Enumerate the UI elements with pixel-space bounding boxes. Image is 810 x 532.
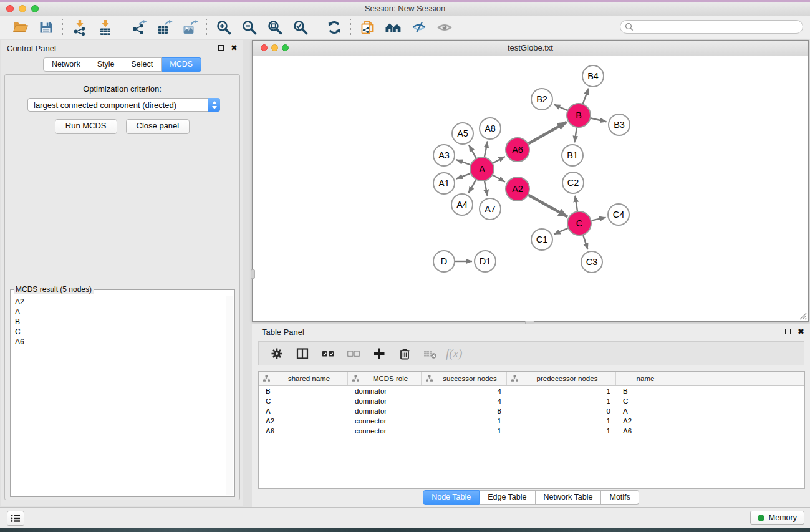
table-row[interactable]: Bdominator41B	[259, 386, 804, 396]
graph-node-A5[interactable]: A5	[452, 123, 473, 144]
mcds-result-item[interactable]: B	[15, 317, 225, 327]
graph-node-C[interactable]: C	[567, 211, 591, 235]
table-settings-gear-icon[interactable]	[269, 346, 284, 361]
network-canvas[interactable]: B4B2BB3B1A5A8A6A3AA1A4A7A2C2C4CC1C3DD1	[253, 56, 808, 321]
open-session-icon[interactable]	[11, 19, 30, 36]
graph-edge-A-A8[interactable]	[485, 142, 488, 157]
graph-edge-A-A4[interactable]	[468, 180, 476, 193]
table-row[interactable]: A2connector11A2	[259, 416, 804, 426]
graph-edge-B-B2[interactable]	[554, 104, 567, 110]
close-panel-button[interactable]: Close panel	[126, 119, 190, 134]
network-maximize-button[interactable]	[282, 44, 289, 51]
graph-edge-B-B4[interactable]	[583, 89, 589, 104]
graph-node-A[interactable]: A	[470, 157, 494, 181]
graph-edge-B-B3[interactable]	[591, 118, 606, 122]
graph-node-C4[interactable]: C4	[608, 204, 629, 225]
graph-node-B1[interactable]: B1	[562, 145, 583, 166]
graph-node-C2[interactable]: C2	[562, 172, 584, 193]
graph-node-B4[interactable]: B4	[582, 65, 604, 87]
graph-node-C1[interactable]: C1	[531, 229, 552, 250]
graph-edge-A2-C[interactable]	[528, 195, 567, 217]
import-network-icon[interactable]	[70, 19, 89, 36]
export-network-icon[interactable]	[129, 19, 148, 36]
column-header-successor-nodes[interactable]: successor nodes	[422, 372, 507, 385]
close-panel-icon[interactable]: ✖	[231, 44, 238, 51]
graph-edge-C-C4[interactable]	[592, 218, 606, 221]
task-history-button[interactable]	[7, 511, 24, 526]
search-field[interactable]	[620, 20, 803, 34]
export-image-icon[interactable]	[180, 19, 200, 36]
hide-graphics-details-icon[interactable]	[409, 19, 428, 36]
graph-edge-A-A2[interactable]	[493, 175, 505, 182]
mcds-result-item[interactable]: C	[15, 327, 225, 337]
delete-table-icon[interactable]	[423, 346, 438, 361]
graph-node-A8[interactable]: A8	[480, 118, 501, 139]
graph-edge-B-B1[interactable]	[574, 128, 577, 142]
graph-node-D[interactable]: D	[433, 251, 455, 272]
graph-node-A3[interactable]: A3	[433, 145, 455, 166]
tab-edge-table[interactable]: Edge Table	[480, 490, 535, 505]
tab-network-table[interactable]: Network Table	[536, 490, 602, 505]
column-header-shared-name[interactable]: shared name	[259, 372, 348, 385]
network-minimize-button[interactable]	[271, 44, 278, 51]
add-column-icon[interactable]	[372, 346, 387, 361]
table-row[interactable]: Cdominator41C	[259, 396, 804, 406]
close-window-button[interactable]	[6, 5, 14, 12]
graph-edge-A6-B[interactable]	[528, 122, 566, 143]
graph-edge-A-A6[interactable]	[493, 157, 505, 163]
mcds-result-item[interactable]: A	[15, 307, 225, 317]
show-columns-icon[interactable]	[295, 346, 310, 361]
minimize-window-button[interactable]	[19, 5, 26, 12]
select-all-icon[interactable]	[321, 346, 335, 361]
tab-network[interactable]: Network	[43, 57, 89, 72]
close-table-panel-icon[interactable]: ✖	[798, 328, 804, 335]
float-table-panel-icon[interactable]	[785, 329, 791, 334]
network-close-button[interactable]	[261, 44, 268, 51]
search-input[interactable]	[634, 22, 803, 32]
table-row[interactable]: A6connector11A6	[259, 426, 804, 436]
graph-edge-A-A1[interactable]	[456, 173, 471, 179]
save-session-icon[interactable]	[36, 19, 55, 36]
maximize-window-button[interactable]	[31, 5, 39, 12]
resize-grip-icon[interactable]	[798, 311, 807, 320]
zoom-in-icon[interactable]	[214, 19, 233, 36]
tab-style[interactable]: Style	[89, 57, 123, 72]
tab-motifs[interactable]: Motifs	[601, 490, 639, 505]
criterion-dropdown[interactable]: largest connected component (directed)	[27, 98, 220, 112]
column-header-MCDS-role[interactable]: MCDS role	[348, 372, 422, 385]
zoom-selected-icon[interactable]	[291, 19, 310, 36]
run-mcds-button[interactable]: Run MCDS	[55, 119, 117, 134]
graph-node-A1[interactable]: A1	[433, 173, 455, 194]
deselect-all-icon[interactable]	[346, 346, 361, 361]
graph-node-B2[interactable]: B2	[531, 89, 552, 110]
tab-node-table[interactable]: Node Table	[423, 490, 480, 505]
left-splitter-handle[interactable]	[251, 269, 255, 279]
graph-edge-A-A5[interactable]	[469, 145, 476, 158]
float-panel-icon[interactable]	[218, 45, 224, 51]
graph-node-B[interactable]: B	[567, 104, 591, 127]
export-table-icon[interactable]	[155, 19, 174, 36]
graph-node-A6[interactable]: A6	[506, 138, 529, 162]
table-row[interactable]: Adominator80A	[259, 406, 804, 416]
delete-column-trash-icon[interactable]	[397, 346, 412, 361]
graph-node-A7[interactable]: A7	[480, 198, 501, 220]
graph-node-C3[interactable]: C3	[581, 251, 602, 273]
column-header-name[interactable]: name	[616, 372, 673, 385]
graph-node-A2[interactable]: A2	[506, 177, 529, 201]
mcds-list-scrollbar[interactable]	[226, 296, 233, 495]
memory-button[interactable]: Memory	[750, 511, 804, 525]
show-graphics-details-icon[interactable]	[435, 19, 454, 36]
graph-edge-A-A3[interactable]	[456, 160, 470, 165]
graph-edge-C-C2[interactable]	[575, 196, 577, 211]
graph-node-B3[interactable]: B3	[609, 114, 630, 135]
graph-edge-C-C1[interactable]	[554, 228, 567, 235]
refresh-icon[interactable]	[324, 19, 344, 36]
clone-network-icon[interactable]	[358, 19, 377, 36]
zoom-fit-icon[interactable]	[265, 19, 284, 36]
mcds-result-item[interactable]: A2	[15, 297, 225, 307]
tab-select[interactable]: Select	[123, 57, 162, 72]
graph-node-D1[interactable]: D1	[475, 251, 496, 272]
zoom-out-icon[interactable]	[239, 19, 259, 36]
column-header-predecessor-nodes[interactable]: predecessor nodes	[507, 372, 616, 385]
import-table-icon[interactable]	[95, 19, 115, 36]
